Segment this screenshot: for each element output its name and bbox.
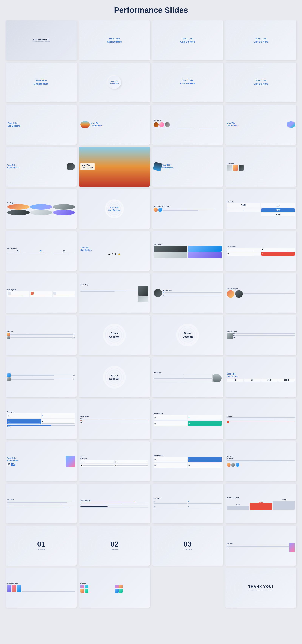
slide-title: Your Title Can Be Here — [180, 79, 195, 85]
our-app-label: Our App — [227, 543, 295, 544]
big-title-01: Title Here — [37, 548, 45, 550]
slide-55: THANK YOU! For all questions contact: he… — [225, 568, 296, 608]
feat-03: 03 — [53, 250, 75, 253]
slide-10: Your Title Can Be Here — [79, 104, 150, 144]
gallery-label: Our Gallery — [80, 284, 148, 286]
slide-brand: NEUMORPHISM Animated Geometric Template — [6, 20, 77, 60]
funfacts-label: Fun Facts — [227, 201, 295, 202]
big-title-02: Title Here — [110, 548, 118, 550]
slide-title: Your Title Can Be Here — [108, 206, 120, 212]
slide-43: Main Features 01 02 03 04 — [152, 442, 223, 482]
slide-40: Threats ! — [225, 400, 296, 440]
services-label: Our Services — [227, 246, 295, 247]
work-timeline-label: Work Timeline — [80, 500, 148, 501]
stat3: 159k — [262, 379, 277, 381]
break-title2: Break Session — [183, 332, 193, 338]
slide-15: Your Title Can Be Here — [152, 147, 223, 187]
strengths-label: Strengths — [7, 411, 75, 413]
big-num-03: 03 — [184, 540, 192, 548]
stat1: 42 — [227, 379, 243, 381]
slide-title: Your Title Can Be Here — [253, 79, 268, 86]
big-title-03: Title Here — [184, 548, 192, 550]
slide-06: Your Title Can Be Here — [79, 62, 150, 102]
brand-sub: Animated Geometric Template — [32, 41, 50, 42]
features2-label: Main Features — [154, 455, 222, 456]
slide-26: Our Gallery — [79, 273, 150, 313]
slide-23: Our Projects — [152, 231, 223, 271]
slide-22: Your Title Can Be Here ☁ △ ⏱ 🔒 — [79, 231, 150, 271]
stat-15pct: 15% — [262, 209, 294, 211]
slide-32: Meet Our Team 01 02 03 — [225, 315, 296, 355]
funfacts2-label: Fun Facts — [154, 498, 222, 499]
slide-30: Break Session — [79, 315, 150, 355]
slide-11: Our Team — [152, 104, 223, 144]
slide-27: Andrew Doe 01 02 03 — [152, 273, 223, 313]
stat-159k: 159k — [228, 204, 260, 206]
break-title: Break Session — [109, 332, 119, 338]
slide-41: Your Title Can Be Here 42 152 — [6, 442, 77, 482]
stat2: 10 — [245, 379, 260, 381]
big-num-02: 02 — [110, 540, 118, 548]
meet-team-label: Meet Our Team — [227, 331, 295, 332]
stat-002: 0.02 — [262, 214, 294, 216]
slide-02: Your Title Can Be Here — [79, 20, 150, 60]
features-label: Main Features — [7, 248, 75, 249]
slide-03: Your Title Can Be Here — [152, 20, 223, 60]
slide-title41: Your Title Can Be Here — [7, 457, 65, 462]
stat4: 100k$ — [279, 379, 294, 381]
slide-53: Our Application — [6, 568, 77, 608]
slide-title: Your Title Can Be Here — [227, 122, 286, 127]
circle-title: Your Title Can Be Here — [110, 80, 119, 84]
slide-24: Our Services 📋 📱 ⚙ ✓ — [225, 231, 296, 271]
clients-label: What Our Clients Think — [154, 206, 222, 207]
slide-title: Your Title Can Be Here — [7, 164, 66, 169]
slides-grid: NEUMORPHISM Animated Geometric Template … — [6, 20, 296, 608]
stat41-1: 42 — [8, 463, 10, 465]
thankyou-sub: For all questions contact: hello.neumorp… — [248, 590, 273, 591]
slide-28: Our Advantages — [225, 273, 296, 313]
slide-16: Our Team — [225, 147, 296, 187]
advantages-label: Our Advantages — [227, 288, 295, 290]
text-slide-label: Text Slide — [7, 499, 75, 500]
slide-25: Our Projects — [6, 273, 77, 313]
gallery2-label: Our Gallery — [154, 372, 222, 374]
our-app2-label: Our App — [80, 583, 148, 584]
threats-label: Threats — [227, 416, 295, 417]
projects3-label: Our Projects — [7, 289, 75, 290]
slide-title: Your Title Can Be Here — [162, 164, 174, 169]
slide-38: Weaknesses 01 02 03 — [79, 400, 150, 440]
weaknesses-label: Weaknesses — [80, 416, 148, 417]
slide-05: Your Title Can Be Here — [6, 62, 77, 102]
services2-label: Our Services — [80, 456, 148, 460]
proc-stat1: 500$ — [227, 504, 249, 506]
stat41-2: 152 — [12, 463, 15, 465]
slide-54: Our App — [79, 568, 150, 608]
team3-label: Our Team — [227, 456, 295, 458]
slide-33: 03 04 — [6, 357, 77, 397]
slide-50: 02 Title Here — [79, 526, 150, 566]
slide-08: Your Title Can Be Here — [225, 62, 296, 102]
slide-20: Fun Facts 159k P 15% 0.02 — [225, 189, 296, 229]
slide-46: Work Timeline — [79, 484, 150, 524]
feat-02: 02 — [30, 250, 52, 253]
slide-44: Our Team 01 02 03 — [225, 442, 296, 482]
brand-name: NEUMORPHISM — [32, 38, 50, 41]
slide-45: Text Slide — [6, 484, 77, 524]
slide-51: 03 Title Here — [152, 526, 223, 566]
slide-39: Opportunities 01 02 01 04 — [152, 400, 223, 440]
slide-09: Your Title Can Be Here — [6, 104, 77, 144]
slide-35: Our Gallery — [152, 357, 223, 397]
team-label: Our Team — [154, 120, 222, 122]
slide-48: Text Process Slide 500$ 1200$ 2700$ — [225, 484, 296, 524]
slide-title: Your Title Can Be Here — [82, 164, 93, 169]
timeline-label: Timeline — [7, 331, 75, 332]
big-num-01: 01 — [37, 540, 45, 548]
thankyou-title: THANK YOU! — [248, 585, 273, 589]
slide-52: Our App 01. 02. 03. — [225, 526, 296, 566]
proc-stat3: 2700$ — [272, 499, 295, 501]
slide-19: What Our Clients Think — [152, 189, 223, 229]
slide-empty — [152, 568, 223, 608]
slide-title: Your Title Can Be Here — [253, 37, 268, 44]
proc-stat2: 1200$ — [250, 501, 272, 503]
slide-47: Fun Facts 01 02 03 04 — [152, 484, 223, 524]
